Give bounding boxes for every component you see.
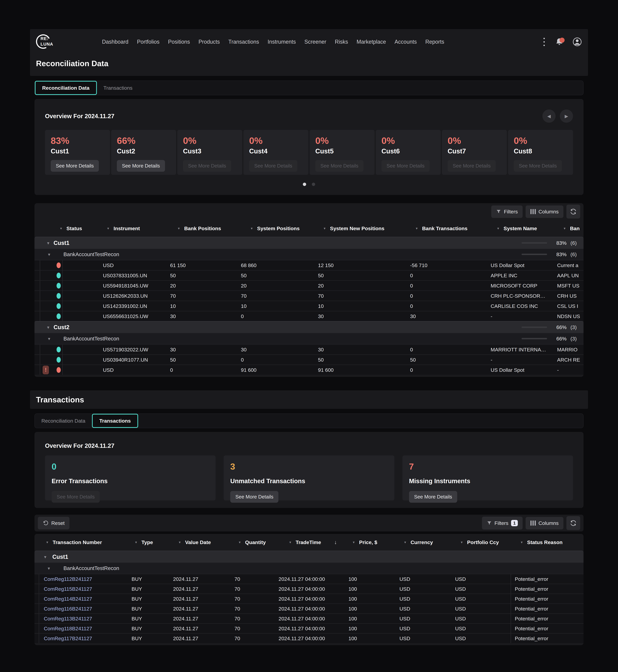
transaction-row[interactable]: ComReg113B241127BUY2024.11.27702024.11.2… <box>34 613 584 623</box>
transaction-row[interactable]: ComReg116B241127BUY2024.11.27702024.11.2… <box>34 603 584 613</box>
nav-item-marketplace[interactable]: Marketplace <box>356 39 386 45</box>
transaction-row[interactable]: ComReg114B241127BUY2024.11.27702024.11.2… <box>34 593 584 603</box>
column-header-bank-positions[interactable]: Bank Positions <box>184 226 221 231</box>
column-header-status[interactable]: Status <box>67 226 82 231</box>
column-header-system-new-positions[interactable]: System New Positions <box>330 226 385 231</box>
see-more-details-button[interactable]: See More Details <box>230 491 278 503</box>
expander-caret-icon[interactable]: ▾ <box>47 240 49 246</box>
column-dropdown-icon[interactable]: ▾ <box>353 540 354 544</box>
column-dropdown-icon[interactable]: ▾ <box>239 540 240 544</box>
position-row[interactable]: US03940R1077.UN5005050-ARCH RE <box>34 354 584 364</box>
column-dropdown-icon[interactable]: ▾ <box>107 226 109 230</box>
tx-refresh-button[interactable] <box>566 516 580 530</box>
carousel-next-button[interactable]: ▶ <box>560 109 573 123</box>
refresh-button[interactable] <box>566 205 580 219</box>
subgroup-row[interactable]: ▾BankAccountTestRecon <box>34 563 584 574</box>
nav-item-positions[interactable]: Positions <box>168 39 190 45</box>
position-row[interactable]: US1423391002.UN1010100CARLISLE COS INCCS… <box>34 301 584 311</box>
column-dropdown-icon[interactable]: ▾ <box>416 226 418 230</box>
group-row-cust2[interactable]: ▾Cust266%(3) <box>34 321 584 333</box>
column-dropdown-icon[interactable]: ▾ <box>461 540 462 544</box>
subgroup-row[interactable]: ▾BankAccountTestRecon83%(6) <box>34 249 584 260</box>
column-header-tradetime[interactable]: TradeTime <box>296 539 321 545</box>
position-row[interactable]: US5719032022.UW3030300MARRIOTT INTERNA…M… <box>34 344 584 354</box>
kebab-menu-icon[interactable] <box>542 37 546 47</box>
cell-number[interactable]: ComReg114B241127 <box>44 596 92 602</box>
column-header-transaction-number[interactable]: Transaction Number <box>53 539 102 545</box>
cell-number[interactable]: ComReg113B241127 <box>44 615 92 622</box>
nav-item-products[interactable]: Products <box>198 39 220 45</box>
column-dropdown-icon[interactable]: ▾ <box>521 540 523 544</box>
carousel-prev-button[interactable]: ◀ <box>542 109 555 123</box>
column-header-quantity[interactable]: Quantity <box>245 539 266 545</box>
tab-transactions[interactable]: Transactions <box>97 81 139 95</box>
cell-number[interactable]: ComReg117B241127 <box>44 636 92 641</box>
column-header-portfolio-ccy[interactable]: Portfolio Ccy <box>467 539 499 545</box>
transaction-row[interactable]: ComReg112B241127BUY2024.11.27702024.11.2… <box>34 574 584 584</box>
sort-descending-icon[interactable]: ↓ <box>334 539 337 545</box>
position-row[interactable]: !USD091 60091 6000US Dollar Spot- <box>34 364 584 375</box>
tx-filters-button[interactable]: Filters 1 <box>482 517 523 530</box>
nav-item-screener[interactable]: Screener <box>304 39 326 45</box>
account-avatar-icon[interactable] <box>573 37 582 47</box>
cell-number[interactable]: ComReg115B241127 <box>44 586 92 592</box>
see-more-details-button[interactable]: See More Details <box>409 491 457 503</box>
group-row-cust1[interactable]: ▾Cust1 <box>34 551 584 563</box>
nav-item-dashboard[interactable]: Dashboard <box>102 39 128 45</box>
columns-button[interactable]: Columns <box>526 206 563 218</box>
column-header-type[interactable]: Type <box>141 539 153 545</box>
nav-item-accounts[interactable]: Accounts <box>395 39 417 45</box>
transaction-row[interactable]: ComReg117B241127BUY2024.11.27702024.11.2… <box>34 633 584 643</box>
column-header-ban[interactable]: Ban <box>570 226 580 231</box>
column-dropdown-icon[interactable]: ▾ <box>135 540 137 544</box>
column-header-status-reason[interactable]: Status Reason <box>527 539 562 545</box>
tab-reconciliation-data[interactable]: Reconciliation Data <box>35 81 97 95</box>
column-header-currency[interactable]: Currency <box>411 539 433 545</box>
reset-button[interactable]: Reset <box>38 517 70 529</box>
transaction-row[interactable]: ComReg118B241127BUY2024.11.27702024.11.2… <box>34 623 584 633</box>
column-dropdown-icon[interactable]: ▾ <box>404 540 406 544</box>
group-row-cust1[interactable]: ▾Cust183%(6) <box>34 237 584 249</box>
filters-button[interactable]: Filters <box>491 206 523 218</box>
subgroup-row[interactable]: ▾BankAccountTestRecon66%(3) <box>34 333 584 344</box>
expander-caret-icon[interactable]: ▾ <box>47 325 49 330</box>
see-more-details-button[interactable]: See More Details <box>51 160 99 172</box>
position-row[interactable]: US6556631025.UW3003030-NDSN US <box>34 311 584 321</box>
column-dropdown-icon[interactable]: ▾ <box>564 226 565 230</box>
nav-item-reports[interactable]: Reports <box>425 39 444 45</box>
notifications-bell-icon[interactable] <box>555 37 564 46</box>
column-header-instrument[interactable]: Instrument <box>114 226 140 231</box>
carousel-dot[interactable] <box>312 183 315 186</box>
nav-item-portfolios[interactable]: Portfolios <box>137 39 160 45</box>
tx-columns-button[interactable]: Columns <box>526 517 563 529</box>
column-dropdown-icon[interactable]: ▾ <box>251 226 252 230</box>
position-row[interactable]: US12626K2033.UN7070700CRH PLC-SPONSOR…CR… <box>34 291 584 301</box>
column-dropdown-icon[interactable]: ▾ <box>289 540 291 544</box>
tab-reconciliation-data-2[interactable]: Reconciliation Data <box>35 414 92 428</box>
column-header-value-date[interactable]: Value Date <box>185 539 211 545</box>
column-header-price-[interactable]: Price, $ <box>359 539 377 545</box>
nav-item-instruments[interactable]: Instruments <box>268 39 296 45</box>
column-header-system-name[interactable]: System Name <box>504 226 537 231</box>
app-logo[interactable]: RE: LUNA <box>36 34 72 49</box>
column-dropdown-icon[interactable]: ▾ <box>46 540 48 544</box>
expander-caret-icon[interactable]: ▾ <box>48 336 50 341</box>
position-row[interactable]: US5949181045.UW2020200MICROSOFT CORPMSFT… <box>34 280 584 291</box>
carousel-dot-active[interactable] <box>303 183 306 186</box>
see-more-details-button[interactable]: See More Details <box>117 160 165 172</box>
cell-number[interactable]: ComReg118B241127 <box>44 626 92 631</box>
expander-caret-icon[interactable]: ▾ <box>48 252 50 257</box>
column-dropdown-icon[interactable]: ▾ <box>497 226 499 230</box>
cell-number[interactable]: ComReg116B241127 <box>44 606 92 611</box>
nav-item-risks[interactable]: Risks <box>335 39 348 45</box>
nav-item-transactions[interactable]: Transactions <box>228 39 259 45</box>
position-row[interactable]: USD61 15068 86012 150-56 710US Dollar Sp… <box>34 260 584 270</box>
column-dropdown-icon[interactable]: ▾ <box>60 226 62 230</box>
column-dropdown-icon[interactable]: ▾ <box>179 540 181 544</box>
column-header-bank-transactions[interactable]: Bank Transactions <box>422 226 468 231</box>
expander-caret-icon[interactable]: ▾ <box>48 566 50 571</box>
cell-number[interactable]: ComReg112B241127 <box>44 576 92 582</box>
transaction-row[interactable]: ComReg115B241127BUY2024.11.27702024.11.2… <box>34 584 584 593</box>
position-row[interactable]: US0378331005.UN5050500APPLE INCAAPL UN <box>34 270 584 280</box>
column-dropdown-icon[interactable]: ▾ <box>324 226 325 230</box>
